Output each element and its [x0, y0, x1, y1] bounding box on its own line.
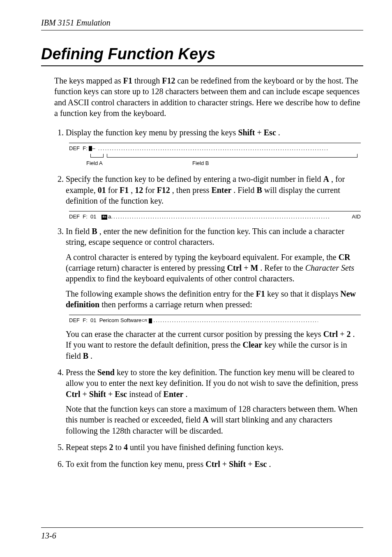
- key-enter: Enter: [211, 186, 231, 195]
- bracket-field-b: [107, 154, 357, 158]
- cr-superscript-icon: CR: [142, 319, 147, 323]
- content: The keys mapped as F1 through F12 can be…: [54, 68, 361, 473]
- step2-text: , then press: [172, 186, 212, 195]
- key-f1: F1: [120, 186, 129, 195]
- page-number: 13-6: [41, 531, 363, 541]
- step4-text: Press the: [66, 368, 97, 377]
- appendix-ref: Character Sets: [305, 263, 354, 272]
- figure-prefix: DEF F: 01: [69, 214, 101, 220]
- bracket-field-a: [90, 154, 104, 158]
- step3-text: A control character is entered by typing…: [66, 253, 339, 262]
- key-ctrl: Ctrl: [227, 263, 242, 272]
- step5-text: Repeat steps: [66, 443, 109, 452]
- example-01: 01: [98, 186, 106, 195]
- step3-text: . Refer to the: [260, 263, 305, 272]
- cursor-icon: [89, 146, 92, 151]
- step3-text: In field: [66, 227, 92, 236]
- step3-text: +: [244, 263, 250, 272]
- figure-rule: [69, 211, 361, 211]
- figure-line: DEF F: – ...............................…: [69, 146, 361, 151]
- step3-text: appendix to find the keyboard equivalent…: [66, 274, 294, 283]
- step3-text: (carriage return) character is entered b…: [66, 263, 227, 272]
- key-shift: Shift: [229, 460, 246, 469]
- key-send: Send: [97, 368, 115, 377]
- running-head: IBM 3151 Emulation: [41, 18, 363, 30]
- step4-text: .: [185, 390, 187, 399]
- step2-text: . Field: [233, 186, 256, 195]
- label-field-a: Field A: [86, 160, 103, 166]
- step-3: In field B , enter the new definition fo…: [66, 226, 361, 361]
- field-a: A: [203, 415, 208, 424]
- page-title: Defining Function Keys: [41, 45, 363, 66]
- key-esc: Esc: [254, 460, 267, 469]
- key-clear: Clear: [242, 340, 262, 349]
- step-6: To exit from the function key menu, pres…: [66, 459, 361, 469]
- step2-text: for: [145, 186, 157, 195]
- step-1: Display the function key menu by pressin…: [66, 127, 361, 168]
- step-2: Specify the function key to be defined b…: [66, 174, 361, 220]
- step3-text: You can erase the character at the curre…: [66, 330, 323, 339]
- step-5: Repeat steps 2 to 4 until you have finis…: [66, 442, 361, 453]
- figure-line: DEF F: 01 Ec a .........................…: [69, 214, 361, 220]
- step1-text: Display the function key menu by pressin…: [66, 128, 238, 137]
- intro-key-f1: F1: [123, 76, 132, 85]
- step3-text: key so that it displays: [267, 289, 340, 298]
- key-m: M: [250, 263, 258, 272]
- figure-def-example: DEF F: 01 Pericom Software CR ..........…: [69, 315, 361, 323]
- intro-paragraph: The keys mapped as F1 through F12 can be…: [54, 75, 361, 119]
- step4-text: +: [83, 390, 89, 399]
- field-a: A: [323, 174, 329, 183]
- step3-text: , enter the new definition for the funct…: [66, 227, 344, 246]
- intro-text: through: [134, 76, 162, 85]
- step5-text: to: [115, 443, 124, 452]
- intro-text: The keys mapped as: [54, 76, 123, 85]
- step3-text: then performs a carriage return when pre…: [101, 300, 252, 309]
- key-2: 2: [346, 330, 350, 339]
- step-ref-4: 4: [124, 443, 128, 452]
- step4-text: instead of: [129, 390, 163, 399]
- char-cr: CR: [339, 253, 350, 262]
- key-ctrl: Ctrl: [66, 390, 81, 399]
- field-b: B: [83, 351, 88, 360]
- step2-text: Specify the function key to be defined b…: [66, 174, 323, 183]
- figure-dots: ........................................…: [98, 146, 328, 151]
- step-4: Press the Send key to store the key defi…: [66, 367, 361, 436]
- step6-text: To exit from the function key menu, pres…: [66, 460, 205, 469]
- figure-labels: Field A Field B: [69, 160, 361, 168]
- key-f1: F1: [256, 289, 265, 298]
- figure-dash: –: [92, 146, 95, 151]
- key-esc: Esc: [264, 128, 276, 137]
- page-footer: 13-6: [41, 527, 363, 541]
- figure-text: DEF F: 01 Pericom Software: [69, 318, 141, 323]
- figure-dots: ........................................…: [111, 214, 329, 220]
- step-ref-2: 2: [109, 443, 113, 452]
- step3-text: +: [340, 330, 346, 339]
- figure-aid-label: AID: [347, 214, 361, 220]
- key-esc: Esc: [115, 390, 127, 399]
- figure-prefix: DEF F:: [69, 146, 89, 151]
- key-ctrl: Ctrl: [205, 460, 220, 469]
- step4-text: +: [108, 390, 115, 399]
- escape-char-icon: Ec: [101, 215, 107, 220]
- step1-text: +: [257, 128, 264, 137]
- key-ctrl: Ctrl: [323, 330, 338, 339]
- figure-def-menu-blank: DEF F: – ...............................…: [69, 143, 361, 168]
- step2-text: ,: [131, 186, 135, 195]
- field-b: B: [92, 227, 97, 236]
- step3-text: The following example shows the definiti…: [66, 289, 256, 298]
- figure-after-ec: a: [108, 214, 111, 220]
- step1-text: .: [278, 128, 280, 137]
- step6-text: .: [269, 460, 271, 469]
- key-f12: F12: [157, 186, 170, 195]
- step6-text: +: [222, 460, 229, 469]
- step5-text: until you have finished defining functio…: [130, 443, 284, 452]
- step2-text: for: [108, 186, 120, 195]
- label-field-b: Field B: [192, 160, 209, 166]
- figure-dots: ........................................…: [154, 318, 318, 323]
- figure-line: DEF F: 01 Pericom Software CR ..........…: [69, 318, 361, 323]
- key-shift: Shift: [89, 390, 106, 399]
- figure-rule: [69, 315, 361, 315]
- cursor-icon: [149, 318, 152, 323]
- step6-text: +: [248, 460, 254, 469]
- key-shift: Shift: [238, 128, 255, 137]
